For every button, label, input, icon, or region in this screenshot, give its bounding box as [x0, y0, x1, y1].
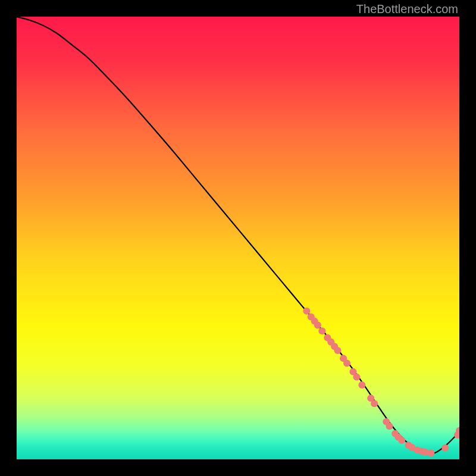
watermark-text: TheBottleneck.com [356, 2, 458, 16]
highlight-dot [318, 327, 325, 334]
highlight-dot [358, 381, 365, 389]
highlight-dot [371, 400, 378, 407]
highlight-dot [303, 308, 310, 315]
highlight-dot [353, 374, 360, 381]
highlight-dot [427, 450, 434, 457]
highlight-dot [334, 347, 341, 354]
highlight-dot [343, 360, 350, 367]
bottleneck-curve [17, 17, 459, 454]
chart-container: TheBottleneck.com [0, 0, 476, 476]
plot-area [17, 17, 459, 459]
highlight-dot [314, 322, 321, 329]
highlight-dot [441, 444, 449, 452]
highlight-dots-group [303, 308, 459, 457]
highlight-dot [398, 437, 405, 444]
highlight-dot [386, 422, 393, 430]
curve-svg [17, 17, 459, 459]
